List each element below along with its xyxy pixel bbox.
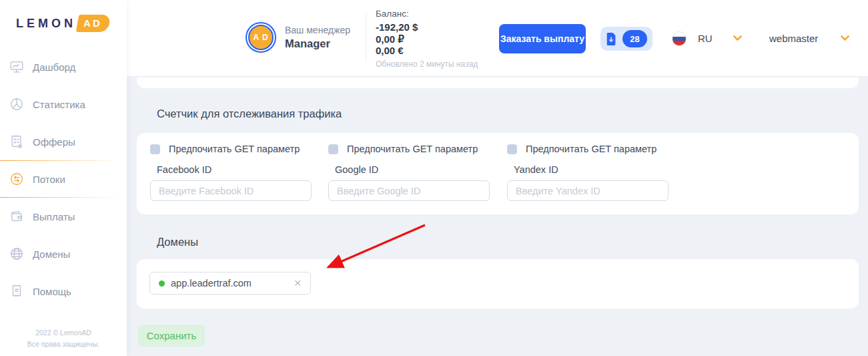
language-code: RU xyxy=(698,33,713,44)
manager-avatar-initials: A D xyxy=(248,25,274,50)
get-param-checkbox-yandex[interactable] xyxy=(507,144,517,154)
sidebar-item-label: Домены xyxy=(33,248,70,260)
google-id-input[interactable] xyxy=(328,180,490,201)
copyright-line: 2022 © LemonAD xyxy=(0,327,127,338)
counter-card: Предпочитать GET параметр Facebook ID Пр… xyxy=(137,133,859,214)
sidebar-item-domains[interactable]: Домены xyxy=(0,235,127,273)
manager-label: Ваш менеджер xyxy=(285,25,350,35)
streams-icon xyxy=(9,172,24,186)
rights-line: Все права защищены. xyxy=(0,339,127,349)
dashboard-icon xyxy=(9,59,24,74)
balance-title: Баланс: xyxy=(376,9,478,19)
save-button[interactable]: Сохранить xyxy=(138,325,205,347)
sidebar-item-label: Дашборд xyxy=(33,61,75,73)
offers-icon xyxy=(9,134,24,149)
remove-domain-icon[interactable]: ✕ xyxy=(294,279,302,288)
sidebar-item-streams[interactable]: Потоки xyxy=(0,160,127,198)
logo-badge: AD xyxy=(76,15,111,32)
domains-icon xyxy=(9,246,24,261)
balance-updated: Обновлено 2 минуты назад xyxy=(376,59,478,69)
sidebar-item-label: Офферы xyxy=(33,136,75,148)
main-content: Счетчик для отслеживания трафика Предпоч… xyxy=(127,77,868,356)
request-payout-button[interactable]: Заказать выплату xyxy=(499,24,586,53)
payouts-icon xyxy=(9,209,24,224)
domains-section-title: Домены xyxy=(157,236,198,248)
facebook-field-group: Предпочитать GET параметр Facebook ID xyxy=(150,144,312,201)
manager-block: A D Ваш менеджер Manager xyxy=(246,22,350,53)
facebook-id-label: Facebook ID xyxy=(157,164,312,175)
balance-block: Баланс: -192,20 $ 0,00 ₽ 0,00 € Обновлен… xyxy=(376,9,478,69)
postbacks-badge[interactable]: 28 xyxy=(600,27,653,51)
sidebar-item-label: Помощь xyxy=(33,286,71,297)
balance-eur: 0,00 € xyxy=(376,45,478,57)
logo-text: LEMON xyxy=(16,17,76,31)
counter-section-title: Счетчик для отслеживания трафика xyxy=(157,108,342,120)
language-selector[interactable]: RU xyxy=(698,33,742,44)
header-divider xyxy=(366,13,366,61)
sidebar-item-label: Статистика xyxy=(33,99,85,110)
sidebar: LEMON AD Дашборд Статистика Офферы Пото xyxy=(0,0,127,356)
balance-rub: 0,00 ₽ xyxy=(376,33,478,45)
sidebar-item-offers[interactable]: Офферы xyxy=(0,123,127,160)
get-param-label: Предпочитать GET параметр xyxy=(347,144,478,154)
get-param-label: Предпочитать GET параметр xyxy=(526,144,657,154)
domains-card: app.leadertraf.com ✕ xyxy=(137,259,859,309)
chevron-down-icon xyxy=(733,35,742,41)
get-param-checkbox-facebook[interactable] xyxy=(150,144,160,154)
sidebar-item-label: Выплаты xyxy=(33,211,75,222)
sidebar-footer: 2022 © LemonAD Все права защищены. xyxy=(0,327,127,349)
get-param-checkbox-google[interactable] xyxy=(328,144,338,154)
user-role: webmaster xyxy=(769,33,818,44)
sidebar-nav: Дашборд Статистика Офферы Потоки Выплаты xyxy=(0,48,127,310)
chevron-down-icon xyxy=(841,35,849,41)
statistics-icon xyxy=(9,97,24,112)
notifications-count: 28 xyxy=(622,30,647,47)
help-icon xyxy=(9,284,24,299)
google-id-label: Google ID xyxy=(335,164,490,175)
file-download-icon xyxy=(606,33,616,45)
russian-flag-icon[interactable] xyxy=(672,31,687,46)
top-header: A D Ваш менеджер Manager Баланс: -192,20… xyxy=(127,0,868,77)
sidebar-item-statistics[interactable]: Статистика xyxy=(0,85,127,123)
previous-card-remnant xyxy=(137,77,859,88)
sidebar-item-help[interactable]: Помощь xyxy=(0,273,127,310)
sidebar-item-dashboard[interactable]: Дашборд xyxy=(0,48,127,85)
yandex-field-group: Предпочитать GET параметр Yandex ID xyxy=(507,144,669,201)
user-role-selector[interactable]: webmaster xyxy=(769,33,849,44)
yandex-id-input[interactable] xyxy=(507,180,669,201)
domain-status-dot xyxy=(159,281,165,287)
facebook-id-input[interactable] xyxy=(150,180,312,201)
lemonad-logo[interactable]: LEMON AD xyxy=(16,15,109,32)
manager-avatar: A D xyxy=(246,22,276,53)
google-field-group: Предпочитать GET параметр Google ID xyxy=(328,144,490,201)
sidebar-item-label: Потоки xyxy=(33,174,65,185)
domain-name: app.leadertraf.com xyxy=(171,278,252,289)
get-param-label: Предпочитать GET параметр xyxy=(169,144,300,154)
domain-tag: app.leadertraf.com ✕ xyxy=(149,272,311,295)
manager-name: Manager xyxy=(285,37,350,50)
sidebar-item-payouts[interactable]: Выплаты xyxy=(0,198,127,235)
logo-badge-text: AD xyxy=(83,17,102,29)
yandex-id-label: Yandex ID xyxy=(514,164,669,175)
balance-usd: -192,20 $ xyxy=(376,21,478,33)
